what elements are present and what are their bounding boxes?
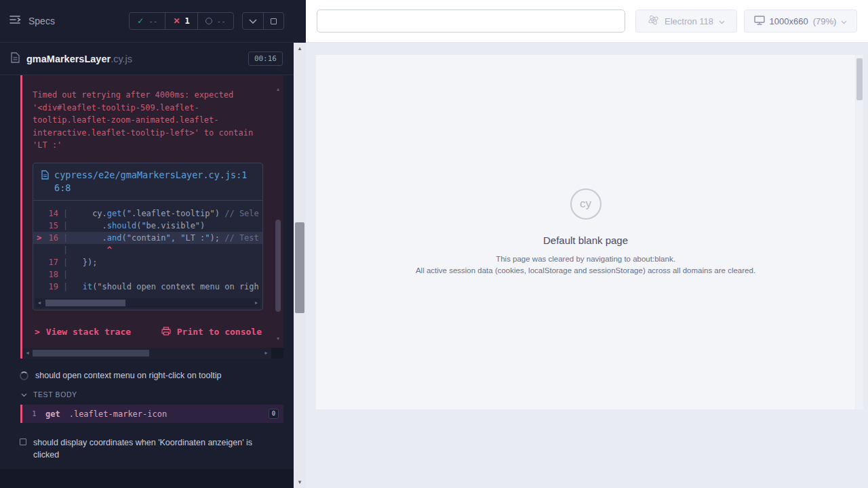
check-icon: ✓ bbox=[137, 16, 144, 26]
code-frame-file-path: cypress/e2e/gmaMarkersLayer.cy.js:16:8 bbox=[54, 169, 254, 195]
spec-timer: 00:16 bbox=[248, 52, 283, 66]
pending-icon bbox=[205, 18, 212, 24]
blank-page-line-1: This page was cleared by navigating to a… bbox=[416, 253, 755, 265]
cypress-logo: cy bbox=[570, 188, 601, 220]
blank-page-title: Default blank page bbox=[416, 235, 755, 246]
error-horizontal-scrollbar[interactable]: ◂ ▸ bbox=[22, 348, 271, 359]
viewport-selector[interactable]: 1000x660 (79%) bbox=[744, 9, 857, 33]
cross-icon: ✕ bbox=[173, 16, 180, 26]
viewport-scale: (79%) bbox=[813, 16, 837, 26]
aut-iframe: cy Default blank page This page was clea… bbox=[316, 55, 855, 409]
reporter-footer bbox=[0, 469, 294, 488]
monitor-icon bbox=[754, 16, 765, 27]
scroll-right-icon[interactable]: ▸ bbox=[252, 298, 260, 308]
scrollbar-thumb[interactable] bbox=[45, 300, 125, 306]
test-error-panel: Timed out retrying after 4000ms: expecte… bbox=[20, 75, 283, 359]
app-stage: cy Default blank page This page was clea… bbox=[306, 43, 868, 488]
scrollbar-thumb[interactable] bbox=[33, 350, 149, 357]
pending-test-icon bbox=[20, 439, 26, 445]
stop-run-button[interactable] bbox=[263, 13, 283, 29]
code-snippet: 14| cy.get(".leaflet-tooltip") // Sele15… bbox=[33, 201, 262, 296]
browser-selector[interactable]: Electron 118 bbox=[635, 9, 737, 33]
run-controls bbox=[242, 12, 284, 30]
specs-list-icon[interactable] bbox=[9, 15, 22, 27]
app-preview-pane: Electron 118 1000x660 (79%) cy Default b… bbox=[306, 0, 868, 488]
test-item-pending[interactable]: should display coordinates when 'Koordin… bbox=[0, 436, 294, 461]
scrollbar-thumb[interactable] bbox=[275, 220, 281, 312]
code-line: 15| .should("be.visible") bbox=[33, 220, 262, 232]
file-icon bbox=[41, 169, 49, 195]
command-method: get bbox=[45, 409, 60, 419]
blank-page-content: cy Default blank page This page was clea… bbox=[416, 188, 755, 276]
error-message: Timed out retrying after 4000ms: expecte… bbox=[33, 89, 263, 152]
pending-count: -- bbox=[217, 17, 226, 26]
code-line: 14| cy.get(".leaflet-tooltip") // Sele bbox=[33, 207, 262, 220]
printer-icon bbox=[161, 327, 171, 338]
specs-link[interactable]: Specs bbox=[28, 16, 55, 26]
print-to-console-button[interactable]: Print to console bbox=[161, 327, 262, 338]
test-title: should open context menu on right-click … bbox=[35, 371, 221, 380]
chevron-down-icon bbox=[21, 390, 27, 399]
code-line: | ^ bbox=[33, 244, 262, 256]
spec-name[interactable]: gmaMarkersLayer.cy.js bbox=[26, 54, 132, 64]
electron-icon bbox=[648, 14, 659, 28]
chevron-right-icon: > bbox=[35, 327, 40, 337]
code-line: 18| bbox=[33, 268, 262, 281]
failed-count: 1 bbox=[185, 16, 190, 26]
test-stats: ✓ -- ✕ 1 -- bbox=[129, 12, 234, 30]
blank-page-line-2: All active session data (cookies, localS… bbox=[416, 265, 755, 277]
scroll-left-icon[interactable]: ◂ bbox=[23, 348, 32, 359]
code-horizontal-scrollbar[interactable]: ◂ ▸ bbox=[35, 298, 260, 308]
url-input[interactable] bbox=[317, 9, 625, 33]
code-line: 19| it("should open context menu on righ bbox=[33, 281, 262, 293]
scrollbar-thumb[interactable] bbox=[856, 58, 863, 100]
code-line: >16| .and("contain", "LT :"); // Test bbox=[33, 232, 262, 244]
stop-icon bbox=[271, 18, 277, 24]
command-log-row[interactable]: 1 get .leaflet-marker-icon 0 bbox=[20, 405, 283, 423]
reporter-panel: Specs ✓ -- ✕ 1 -- bbox=[0, 0, 294, 488]
code-line: 17| }); bbox=[33, 256, 262, 268]
reporter-header: Specs ✓ -- ✕ 1 -- bbox=[0, 0, 294, 43]
aut-scrollbar[interactable] bbox=[856, 55, 863, 409]
scroll-left-icon[interactable]: ◂ bbox=[35, 298, 43, 308]
chevron-down-icon bbox=[719, 16, 725, 26]
spec-bar: gmaMarkersLayer.cy.js 00:16 bbox=[0, 43, 294, 75]
scroll-down-icon[interactable]: ▾ bbox=[294, 478, 306, 487]
code-frame-file-link[interactable]: cypress/e2e/gmaMarkersLayer.cy.js:16:8 bbox=[33, 163, 262, 201]
section-label: TEST BODY bbox=[33, 390, 77, 399]
stat-passed: ✓ -- bbox=[130, 13, 165, 29]
reporter-scrollbar[interactable]: ▴ ▾ bbox=[294, 43, 306, 488]
scroll-up-icon[interactable]: ▴ bbox=[274, 86, 282, 93]
code-frame: cypress/e2e/gmaMarkersLayer.cy.js:16:8 1… bbox=[33, 163, 263, 310]
test-item-running[interactable]: should open context menu on right-click … bbox=[0, 368, 294, 383]
view-stack-trace-button[interactable]: > View stack trace bbox=[35, 327, 131, 337]
command-number: 1 bbox=[22, 409, 45, 418]
scroll-right-icon[interactable]: ▸ bbox=[262, 348, 271, 359]
test-body-section-header[interactable]: TEST BODY bbox=[0, 390, 294, 399]
stat-failed: ✕ 1 bbox=[165, 13, 197, 29]
viewport-size: 1000x660 bbox=[770, 16, 808, 26]
collapse-all-button[interactable] bbox=[243, 13, 263, 29]
error-vertical-scrollbar[interactable]: ▴ ▾ bbox=[274, 86, 282, 342]
command-yield-badge: 0 bbox=[269, 409, 279, 419]
error-actions: > View stack trace Print to console bbox=[35, 327, 262, 338]
spinner-icon bbox=[20, 371, 28, 380]
spec-file-icon bbox=[11, 52, 20, 66]
scrollbar-thumb[interactable] bbox=[295, 222, 304, 313]
scroll-up-icon[interactable]: ▴ bbox=[294, 44, 306, 53]
scroll-down-icon[interactable]: ▾ bbox=[274, 336, 282, 342]
preview-toolbar: Electron 118 1000x660 (79%) bbox=[306, 0, 868, 43]
scrollbar-corner bbox=[271, 348, 283, 359]
chevron-down-icon bbox=[841, 16, 847, 26]
passed-count: -- bbox=[149, 17, 157, 26]
browser-label: Electron 118 bbox=[665, 16, 713, 26]
scrollbar-cap bbox=[294, 0, 306, 43]
test-title: should display coordinates when 'Koordin… bbox=[33, 436, 271, 461]
command-args: .leaflet-marker-icon bbox=[69, 409, 167, 419]
stat-pending: -- bbox=[197, 13, 233, 29]
